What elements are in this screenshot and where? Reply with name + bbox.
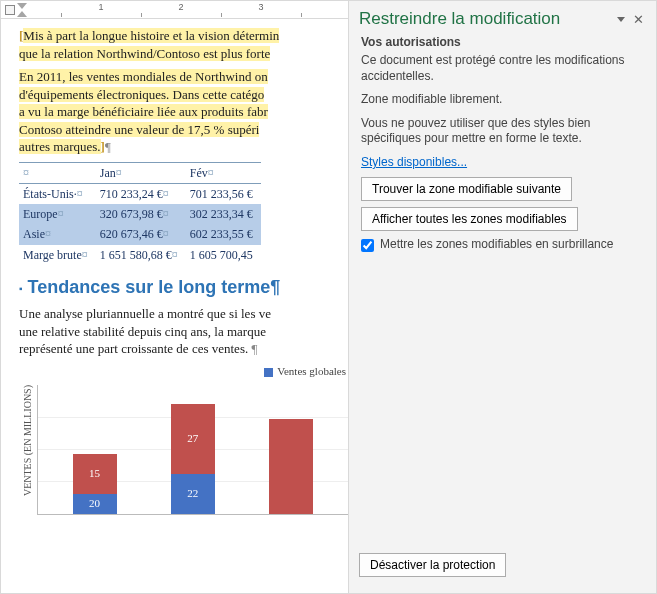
checkbox-label: Mettre les zones modifiables en surbrill… [380, 237, 613, 251]
table-header-cell[interactable]: ¤ [19, 162, 96, 183]
ruler-tick [301, 13, 302, 17]
highlighted-text[interactable]: d'équipements électroniques. Dans cette … [19, 87, 264, 102]
legend-swatch-icon [264, 368, 273, 377]
table-header-row[interactable]: ¤ Jan¤ Fév¤ [19, 162, 261, 183]
stop-protection-button[interactable]: Désactiver la protection [359, 553, 506, 577]
pane-dropdown-icon[interactable] [617, 17, 625, 22]
bar-segment-red [269, 419, 313, 514]
bar-segment-blue: 20 [73, 494, 117, 514]
available-styles-link[interactable]: Styles disponibles... [361, 155, 467, 169]
pilcrow-icon: ¶ [251, 341, 257, 356]
first-line-indent-marker[interactable] [17, 3, 27, 9]
cell-mark-icon: ¤ [23, 166, 29, 180]
pane-text: Vous ne pouvez utiliser que des styles b… [361, 116, 644, 147]
find-next-region-button[interactable]: Trouver la zone modifiable suivante [361, 177, 572, 201]
heading[interactable]: ▪ Tendances sur le long terme¶ [19, 275, 348, 299]
chart-legend: Ventes globales [19, 364, 348, 379]
highlighted-text[interactable]: que la relation Northwind/Contoso est pl… [19, 46, 270, 61]
hanging-indent-marker[interactable] [17, 11, 27, 17]
sales-table[interactable]: ¤ Jan¤ Fév¤ États-Unis·¤ 710 233,24 €¤ 7… [19, 162, 261, 265]
highlight-regions-checkbox[interactable]: Mettre les zones modifiables en surbrill… [361, 237, 644, 252]
pilcrow-icon: ¶ [105, 139, 111, 154]
pane-body: Vos autorisations Ce document est protég… [349, 33, 656, 543]
pane-footer: Désactiver la protection [349, 543, 656, 593]
chart[interactable]: VENTES (EN MILLIONS) 15 20 27 22 [19, 385, 348, 536]
paragraph[interactable]: [Mis à part la longue histoire et la vis… [19, 27, 348, 62]
chart-plot-area[interactable]: 15 20 27 22 [37, 385, 349, 515]
paragraph[interactable]: En 2011, les ventes mondiales de Northwi… [19, 68, 348, 156]
table-row[interactable]: Europe¤ 320 673,98 €¤ 302 233,34 € [19, 204, 261, 224]
document-area: 1 2 3 [Mis à part la longue histoire et … [1, 1, 349, 593]
chart-bar[interactable]: 15 20 [73, 454, 117, 514]
highlighted-text[interactable]: autres marques. [19, 139, 101, 154]
pane-title: Restreindre la modification [359, 9, 611, 29]
highlighted-text[interactable]: Mis à part la longue histoire et la visi… [23, 28, 279, 43]
show-all-regions-button[interactable]: Afficher toutes les zones modifiables [361, 207, 578, 231]
table-row[interactable]: États-Unis·¤ 710 233,24 €¤ 701 233,56 € [19, 184, 261, 205]
table-header-cell[interactable]: Fév¤ [186, 162, 261, 183]
highlighted-text[interactable]: En 2011, les ventes mondiales de Northwi… [19, 69, 268, 84]
highlighted-text[interactable]: Contoso atteindre une valeur de 17,5 % s… [19, 122, 259, 137]
pane-subtitle: Vos autorisations [361, 35, 644, 49]
highlight-regions-checkbox-input[interactable] [361, 239, 374, 252]
document-content[interactable]: [Mis à part la longue histoire et la vis… [1, 19, 348, 536]
pilcrow-icon: ¶ [270, 277, 280, 297]
pane-text: Zone modifiable librement. [361, 92, 644, 108]
bar-segment-red: 27 [171, 404, 215, 474]
chart-y-axis-label: VENTES (EN MILLIONS) [19, 385, 37, 536]
cell-mark-icon: ¤ [116, 166, 122, 180]
tab-selector[interactable] [5, 5, 15, 15]
ruler-number: 1 [98, 2, 103, 12]
pane-header: Restreindre la modification ✕ [349, 1, 656, 33]
table-row[interactable]: Marge brute¤ 1 651 580,68 €¤ 1 605 700,4… [19, 245, 261, 265]
ruler-number: 2 [178, 2, 183, 12]
paragraph[interactable]: Une analyse pluriannuelle a montré que s… [19, 305, 348, 358]
chart-bar[interactable]: 27 22 [171, 404, 215, 514]
ruler-number: 3 [258, 2, 263, 12]
restrict-editing-pane: Restreindre la modification ✕ Vos autori… [349, 1, 656, 593]
ruler-tick [141, 13, 142, 17]
pane-text: Ce document est protégé contre les modif… [361, 53, 644, 84]
bar-segment-blue: 22 [171, 474, 215, 514]
table-header-cell[interactable]: Jan¤ [96, 162, 186, 183]
chart-bar[interactable] [269, 419, 313, 514]
bullet-icon: ▪ [19, 282, 23, 293]
ruler-tick [221, 13, 222, 17]
cell-mark-icon: ¤ [208, 166, 214, 180]
bar-segment-red: 15 [73, 454, 117, 494]
ruler[interactable]: 1 2 3 [1, 1, 348, 19]
ruler-tick [61, 13, 62, 17]
highlighted-text[interactable]: a vu la marge bénéficiaire liée aux prod… [19, 104, 268, 119]
close-icon[interactable]: ✕ [631, 12, 646, 27]
table-row[interactable]: Asie¤ 620 673,46 €¤ 602 233,55 € [19, 224, 261, 244]
